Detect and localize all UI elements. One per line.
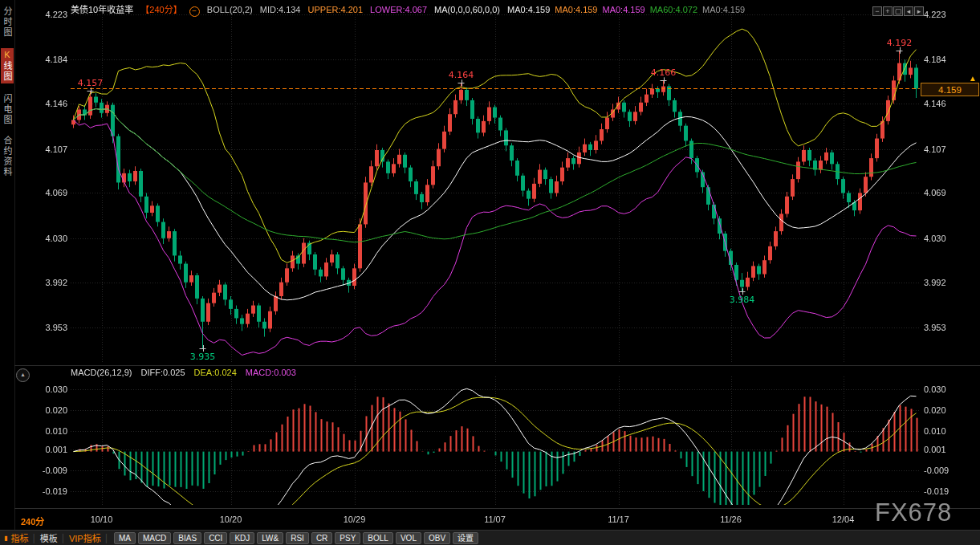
indicator-button-psy[interactable]: PSY — [335, 532, 360, 544]
boll-lower-value: LOWER:4.067 — [370, 5, 427, 14]
ma-values: MA0:4.159MA0:4.159MA0:4.159MA60:4.072MA0… — [507, 5, 750, 14]
macd-label: MACD(26,12,9) — [71, 368, 132, 377]
y-axis-label-left: 4.107 — [27, 144, 67, 154]
macd-y-axis-label-right: -0.009 — [924, 466, 949, 475]
indicator-button-rsi[interactable]: RSI — [286, 532, 309, 544]
indicator-button-kdj[interactable]: KDJ — [230, 532, 254, 544]
macd-y-axis-label-right: 0.030 — [924, 384, 946, 394]
instrument-title: 美债10年收益率 — [71, 5, 133, 14]
sidebar-item-time-chart[interactable]: 分时图 — [1, 6, 14, 38]
bottom-toolbar: ▮ 指标 │ 模板 │ VIP指标 │ MAMACDBIASCCIKDJLW&R… — [0, 530, 980, 545]
macd-header: MACD(26,12,9) DIFF:0.025 DEA:0.024 MACD:… — [71, 368, 303, 377]
y-axis-label-right: 3.953 — [924, 323, 946, 332]
macd-y-axis-label-left: 0.001 — [27, 445, 67, 454]
tab-indicator[interactable]: 指标 — [10, 531, 28, 544]
x-axis-date-label: 11/26 — [711, 514, 751, 524]
macd-macd-value: MACD:0.003 — [246, 368, 296, 377]
ma-value: MA0:4.159 — [555, 5, 597, 14]
boll-upper-value: UPPER:4.201 — [308, 5, 363, 14]
macd-y-axis-label-left: 0.010 — [27, 426, 67, 436]
boll-mid-value: MID:4.134 — [260, 5, 301, 14]
y-axis-label-left: 3.992 — [27, 278, 67, 287]
indicator-button-lw[interactable]: LW& — [257, 532, 283, 544]
tab-template[interactable]: 模板 — [40, 531, 58, 544]
y-axis-label-left: 4.146 — [27, 99, 67, 108]
sidebar-item-contract-info[interactable]: 合约资料 — [1, 136, 14, 177]
macd-y-axis-label-right: 0.020 — [924, 405, 946, 415]
ma-value: MA0:4.159 — [507, 5, 550, 14]
y-axis-label-right: 4.107 — [924, 144, 946, 154]
period-badge: 【240分】 — [140, 5, 181, 14]
y-axis-label-left: 4.030 — [27, 234, 67, 243]
y-axis-label-left: 4.184 — [27, 55, 67, 64]
macd-y-axis-label-right: 0.010 — [924, 426, 946, 436]
y-axis-label-right: 4.184 — [924, 55, 946, 64]
x-axis-date-label: 10/29 — [335, 514, 375, 524]
indicator-button-bias[interactable]: BIAS — [173, 532, 201, 544]
chart-canvas[interactable] — [0, 0, 980, 545]
indicator-button-boll[interactable]: BOLL — [363, 532, 393, 544]
toolbar-separator: │ — [31, 534, 36, 543]
chart-toolbar-icons: −+▢◂▸ — [872, 2, 924, 17]
page-right-icon[interactable]: ▸ — [914, 6, 924, 16]
chart-header: 美债10年收益率 【240分】 − BOLL(20,2) MID:4.134 U… — [71, 2, 754, 17]
macd-y-axis-label-left: 0.030 — [27, 384, 67, 394]
sidebar-divider — [14, 0, 15, 545]
x-axis-date-label: 11/17 — [599, 514, 639, 524]
macd-y-axis-label-left: -0.009 — [27, 466, 67, 475]
indicator-button-vol[interactable]: VOL — [396, 532, 421, 544]
zoom-out-icon[interactable]: − — [872, 6, 882, 16]
axis-divider — [0, 508, 980, 509]
toolbar-separator: │ — [61, 534, 66, 543]
x-axis-date-label: 10/10 — [82, 514, 122, 524]
x-axis-date-label: 10/20 — [211, 514, 251, 524]
collapse-indicator-icon[interactable]: − — [189, 6, 200, 17]
price-up-arrow-icon: ▲ — [969, 74, 977, 83]
y-axis-label-left: 3.953 — [27, 323, 67, 332]
ma-label: MA(0,0,0,60,0,0) — [434, 5, 500, 14]
y-axis-label-right: 4.030 — [924, 234, 946, 243]
indicator-buttons: MAMACDBIASCCIKDJLW&RSICRPSYBOLLVOLOBV设置 — [114, 532, 481, 544]
indicator-button-obv[interactable]: OBV — [424, 532, 450, 544]
macd-y-axis-label-left: 0.020 — [27, 405, 67, 415]
indicator-button-cr[interactable]: CR — [311, 532, 332, 544]
period-label: 240分 — [21, 517, 44, 527]
ma-value: MA60:4.072 — [650, 5, 697, 14]
y-axis-label-right: 4.223 — [924, 10, 946, 19]
x-axis-date-label: 11/07 — [475, 514, 515, 524]
indicator-tab-icon: ▮ — [4, 535, 7, 542]
x-axis-date-label: 12/04 — [823, 514, 864, 524]
y-axis-label-right: 3.992 — [924, 278, 946, 287]
ma-value: MA0:4.159 — [602, 5, 645, 14]
y-axis-label-right: 4.069 — [924, 188, 946, 197]
macd-y-axis-label-left: -0.019 — [27, 486, 67, 496]
sidebar-item-flash-chart[interactable]: 闪电图 — [1, 94, 14, 125]
sidebar-item-kline-chart[interactable]: K线图 — [1, 48, 14, 83]
sidebar-item-label: 线图 — [2, 61, 12, 82]
watermark: FX678 — [875, 498, 952, 527]
indicator-button-cci[interactable]: CCI — [204, 532, 227, 544]
restore-icon[interactable]: ▢ — [893, 6, 903, 16]
y-axis-label-left: 4.223 — [27, 10, 67, 19]
tab-vip-indicator[interactable]: VIP指标 — [69, 531, 101, 544]
boll-label: BOLL(20,2) — [207, 5, 253, 14]
collapse-panel-button[interactable]: ▴ — [16, 368, 30, 382]
toolbar-separator: │ — [104, 534, 109, 543]
current-price-box: 4.159 — [921, 83, 979, 96]
macd-y-axis-label-right: 0.001 — [924, 445, 946, 454]
macd-dea-value: DEA:0.024 — [194, 368, 237, 377]
page-left-icon[interactable]: ◂ — [904, 6, 913, 16]
sidebar-item-accent-char: K — [2, 50, 12, 61]
ma-value: MA0:4.159 — [702, 5, 745, 14]
indicator-button-ma[interactable]: MA — [114, 532, 136, 544]
macd-diff-value: DIFF:0.025 — [140, 368, 185, 377]
indicator-button-macd[interactable]: MACD — [138, 532, 171, 544]
macd-y-axis-label-right: -0.019 — [924, 486, 949, 496]
indicator-button-settings[interactable]: 设置 — [453, 532, 478, 544]
zoom-in-icon[interactable]: + — [883, 6, 893, 16]
y-axis-label-right: 4.146 — [924, 99, 946, 108]
chart-divider — [0, 365, 980, 366]
y-axis-label-left: 4.069 — [27, 188, 67, 197]
sidebar: 分时图K线图闪电图合约资料 — [0, 0, 14, 545]
